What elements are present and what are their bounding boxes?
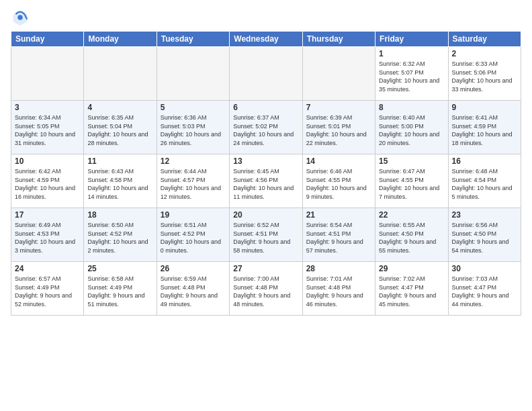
day-info: Sunrise: 6:35 AM Sunset: 5:04 PM Dayligh… <box>87 113 152 147</box>
calendar-day-cell: 4Sunrise: 6:35 AM Sunset: 5:04 PM Daylig… <box>84 101 157 154</box>
day-number: 13 <box>233 156 298 166</box>
day-number: 17 <box>15 210 80 220</box>
day-number: 10 <box>15 156 80 166</box>
day-number: 22 <box>379 210 444 220</box>
page-container: SundayMondayTuesdayWednesdayThursdayFrid… <box>0 0 532 411</box>
weekday-header: Monday <box>84 32 157 47</box>
weekday-header: Tuesday <box>157 32 229 47</box>
calendar-week-row: 17Sunrise: 6:49 AM Sunset: 4:53 PM Dayli… <box>11 208 521 262</box>
day-number: 24 <box>15 264 80 273</box>
calendar-day-cell <box>302 47 375 101</box>
day-number: 30 <box>452 264 517 273</box>
calendar-day-cell: 28Sunrise: 7:01 AM Sunset: 4:48 PM Dayli… <box>302 262 375 316</box>
calendar-day-cell: 20Sunrise: 6:52 AM Sunset: 4:51 PM Dayli… <box>230 208 302 262</box>
calendar-day-cell: 1Sunrise: 6:32 AM Sunset: 5:07 PM Daylig… <box>375 47 448 101</box>
day-number: 9 <box>452 103 517 112</box>
day-info: Sunrise: 6:40 AM Sunset: 5:00 PM Dayligh… <box>379 113 444 147</box>
calendar-day-cell: 11Sunrise: 6:43 AM Sunset: 4:58 PM Dayli… <box>84 154 157 208</box>
day-number: 29 <box>379 264 444 273</box>
day-number: 18 <box>87 210 152 220</box>
calendar-day-cell: 6Sunrise: 6:37 AM Sunset: 5:02 PM Daylig… <box>230 101 302 154</box>
calendar-day-cell: 5Sunrise: 6:36 AM Sunset: 5:03 PM Daylig… <box>157 101 229 154</box>
day-number: 6 <box>233 103 298 112</box>
calendar-day-cell: 16Sunrise: 6:48 AM Sunset: 4:54 PM Dayli… <box>448 154 521 208</box>
calendar-day-cell: 14Sunrise: 6:46 AM Sunset: 4:55 PM Dayli… <box>302 154 375 208</box>
day-number: 5 <box>161 103 226 112</box>
logo <box>11 8 32 27</box>
day-number: 28 <box>306 264 371 273</box>
day-info: Sunrise: 6:59 AM Sunset: 4:48 PM Dayligh… <box>161 275 226 308</box>
day-number: 8 <box>379 103 444 112</box>
page-header <box>11 8 521 27</box>
day-info: Sunrise: 6:39 AM Sunset: 5:01 PM Dayligh… <box>306 113 371 147</box>
day-number: 2 <box>452 49 517 58</box>
calendar-day-cell: 30Sunrise: 7:03 AM Sunset: 4:47 PM Dayli… <box>448 262 521 316</box>
calendar-day-cell: 12Sunrise: 6:44 AM Sunset: 4:57 PM Dayli… <box>157 154 229 208</box>
day-number: 19 <box>161 210 226 220</box>
day-info: Sunrise: 7:00 AM Sunset: 4:48 PM Dayligh… <box>233 275 298 308</box>
day-info: Sunrise: 6:37 AM Sunset: 5:02 PM Dayligh… <box>233 113 298 147</box>
day-info: Sunrise: 6:44 AM Sunset: 4:57 PM Dayligh… <box>161 167 226 201</box>
day-info: Sunrise: 6:58 AM Sunset: 4:49 PM Dayligh… <box>87 275 152 308</box>
day-info: Sunrise: 6:34 AM Sunset: 5:05 PM Dayligh… <box>15 113 80 147</box>
calendar-day-cell: 2Sunrise: 6:33 AM Sunset: 5:06 PM Daylig… <box>448 47 521 101</box>
day-number: 4 <box>87 103 152 112</box>
calendar-table: SundayMondayTuesdayWednesdayThursdayFrid… <box>11 31 521 316</box>
day-info: Sunrise: 7:03 AM Sunset: 4:47 PM Dayligh… <box>452 275 517 308</box>
calendar-day-cell: 10Sunrise: 6:42 AM Sunset: 4:59 PM Dayli… <box>11 154 84 208</box>
day-number: 21 <box>306 210 371 220</box>
day-info: Sunrise: 6:45 AM Sunset: 4:56 PM Dayligh… <box>233 167 298 201</box>
calendar-header-row: SundayMondayTuesdayWednesdayThursdayFrid… <box>11 32 521 47</box>
day-number: 15 <box>379 156 444 166</box>
calendar-day-cell: 19Sunrise: 6:51 AM Sunset: 4:52 PM Dayli… <box>157 208 229 262</box>
day-number: 7 <box>306 103 371 112</box>
calendar-day-cell <box>84 47 157 101</box>
weekday-header: Saturday <box>448 32 521 47</box>
calendar-day-cell: 23Sunrise: 6:56 AM Sunset: 4:50 PM Dayli… <box>448 208 521 262</box>
calendar-day-cell: 27Sunrise: 7:00 AM Sunset: 4:48 PM Dayli… <box>230 262 302 316</box>
day-info: Sunrise: 6:42 AM Sunset: 4:59 PM Dayligh… <box>15 167 80 201</box>
day-number: 11 <box>87 156 152 166</box>
calendar-day-cell: 17Sunrise: 6:49 AM Sunset: 4:53 PM Dayli… <box>11 208 84 262</box>
weekday-header: Friday <box>375 32 448 47</box>
day-info: Sunrise: 6:33 AM Sunset: 5:06 PM Dayligh… <box>452 60 517 93</box>
day-number: 12 <box>161 156 226 166</box>
day-number: 14 <box>306 156 371 166</box>
calendar-day-cell <box>157 47 229 101</box>
calendar-day-cell: 25Sunrise: 6:58 AM Sunset: 4:49 PM Dayli… <box>84 262 157 316</box>
day-info: Sunrise: 6:46 AM Sunset: 4:55 PM Dayligh… <box>306 167 371 201</box>
day-number: 20 <box>233 210 298 220</box>
day-info: Sunrise: 6:32 AM Sunset: 5:07 PM Dayligh… <box>379 60 444 93</box>
day-info: Sunrise: 7:02 AM Sunset: 4:47 PM Dayligh… <box>379 275 444 308</box>
calendar-day-cell: 29Sunrise: 7:02 AM Sunset: 4:47 PM Dayli… <box>375 262 448 316</box>
day-info: Sunrise: 6:55 AM Sunset: 4:50 PM Dayligh… <box>379 221 444 255</box>
calendar-day-cell: 9Sunrise: 6:41 AM Sunset: 4:59 PM Daylig… <box>448 101 521 154</box>
day-info: Sunrise: 6:50 AM Sunset: 4:52 PM Dayligh… <box>87 221 152 255</box>
calendar-day-cell <box>11 47 84 101</box>
day-info: Sunrise: 6:41 AM Sunset: 4:59 PM Dayligh… <box>452 113 517 147</box>
day-number: 23 <box>452 210 517 220</box>
calendar-day-cell: 26Sunrise: 6:59 AM Sunset: 4:48 PM Dayli… <box>157 262 229 316</box>
calendar-week-row: 10Sunrise: 6:42 AM Sunset: 4:59 PM Dayli… <box>11 154 521 208</box>
day-number: 3 <box>15 103 80 112</box>
calendar-day-cell: 7Sunrise: 6:39 AM Sunset: 5:01 PM Daylig… <box>302 101 375 154</box>
day-info: Sunrise: 6:36 AM Sunset: 5:03 PM Dayligh… <box>161 113 226 147</box>
day-info: Sunrise: 6:54 AM Sunset: 4:51 PM Dayligh… <box>306 221 371 255</box>
calendar-day-cell: 8Sunrise: 6:40 AM Sunset: 5:00 PM Daylig… <box>375 101 448 154</box>
calendar-day-cell: 21Sunrise: 6:54 AM Sunset: 4:51 PM Dayli… <box>302 208 375 262</box>
logo-icon <box>11 8 30 27</box>
calendar-week-row: 24Sunrise: 6:57 AM Sunset: 4:49 PM Dayli… <box>11 262 521 316</box>
day-info: Sunrise: 6:56 AM Sunset: 4:50 PM Dayligh… <box>452 221 517 255</box>
calendar-day-cell: 3Sunrise: 6:34 AM Sunset: 5:05 PM Daylig… <box>11 101 84 154</box>
day-info: Sunrise: 7:01 AM Sunset: 4:48 PM Dayligh… <box>306 275 371 308</box>
calendar-week-row: 3Sunrise: 6:34 AM Sunset: 5:05 PM Daylig… <box>11 101 521 154</box>
weekday-header: Sunday <box>11 32 84 47</box>
day-number: 26 <box>161 264 226 273</box>
day-info: Sunrise: 6:51 AM Sunset: 4:52 PM Dayligh… <box>161 221 226 255</box>
calendar-day-cell: 15Sunrise: 6:47 AM Sunset: 4:55 PM Dayli… <box>375 154 448 208</box>
day-number: 27 <box>233 264 298 273</box>
calendar-day-cell: 13Sunrise: 6:45 AM Sunset: 4:56 PM Dayli… <box>230 154 302 208</box>
calendar-day-cell <box>230 47 302 101</box>
day-info: Sunrise: 6:43 AM Sunset: 4:58 PM Dayligh… <box>87 167 152 201</box>
day-info: Sunrise: 6:52 AM Sunset: 4:51 PM Dayligh… <box>233 221 298 255</box>
